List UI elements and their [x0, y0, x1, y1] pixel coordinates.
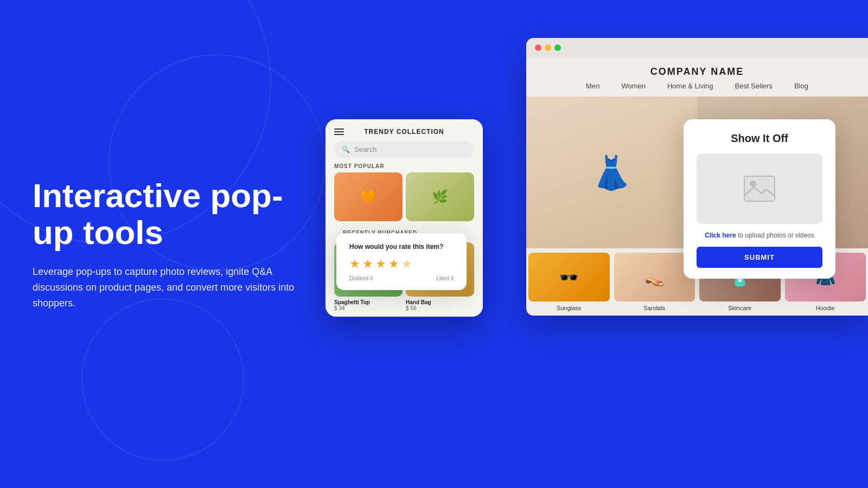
- hamburger-icon[interactable]: [334, 129, 344, 135]
- liked-label: Liked it: [436, 275, 454, 281]
- popular-img-1: 🧡: [334, 172, 403, 221]
- sub-text: Leverage pop-ups to capture photo review…: [33, 264, 304, 311]
- star-4[interactable]: ★: [388, 257, 399, 271]
- star-1[interactable]: ★: [349, 257, 360, 271]
- mobile-header: TRENDY COLLECTION: [326, 119, 483, 141]
- disliked-label: Disliked it: [349, 275, 373, 281]
- recent-item-1-name: Spaghetti Top: [334, 299, 403, 305]
- popular-item-2[interactable]: 🌿: [406, 172, 474, 221]
- nav-links: Men Women Home & Living Best Sellers Blo…: [526, 82, 868, 97]
- nav-blog[interactable]: Blog: [794, 82, 808, 90]
- rating-question: How would you rate this item?: [349, 243, 454, 251]
- category-name-hoodie: Hoodie: [785, 305, 866, 311]
- svg-rect-0: [744, 176, 775, 201]
- company-name: COMPANY NAME: [526, 57, 868, 82]
- mobile-app-title: TRENDY COLLECTION: [364, 128, 444, 136]
- left-section: Interactive pop-up tools Leverage pop-up…: [33, 177, 304, 311]
- tl-minimize[interactable]: [545, 44, 551, 51]
- browser-chrome: [526, 38, 868, 57]
- nav-men[interactable]: Men: [586, 82, 599, 90]
- upload-link[interactable]: Click here: [705, 232, 736, 239]
- category-name-skincare: Skincare: [699, 305, 781, 311]
- upload-text-post: to upload photos or videos: [736, 232, 814, 239]
- category-name-sunglasses: Sunglass: [528, 305, 610, 311]
- recent-item-1-price: $ 34: [334, 305, 403, 311]
- image-placeholder-icon: [743, 175, 776, 202]
- bg-circle-3: [81, 298, 244, 461]
- show-it-off-title: Show It Off: [697, 132, 822, 145]
- tl-fullscreen[interactable]: [554, 44, 561, 51]
- upload-area[interactable]: [697, 153, 822, 224]
- star-2[interactable]: ★: [362, 257, 373, 271]
- rating-popup: How would you rate this item? ★ ★ ★ ★ ★ …: [336, 233, 467, 290]
- nav-best-sellers[interactable]: Best Sellers: [735, 82, 773, 90]
- rating-labels: Disliked it Liked it: [349, 275, 454, 281]
- star-5[interactable]: ★: [401, 257, 412, 271]
- most-popular-label: MOST POPULAR: [326, 163, 483, 172]
- traffic-lights: [535, 44, 561, 51]
- main-heading: Interactive pop-up tools: [33, 177, 304, 251]
- popular-img-2: 🌿: [406, 172, 474, 221]
- upload-text: Click here to upload photos or videos: [697, 232, 822, 239]
- recent-item-2-price: $ 56: [406, 305, 474, 311]
- svg-point-1: [750, 181, 756, 187]
- popular-item-1[interactable]: 🧡: [334, 172, 403, 221]
- search-placeholder: Search: [354, 145, 376, 153]
- hero-img-1: 👗: [526, 97, 697, 248]
- mobile-search-bar[interactable]: 🔍 Search: [334, 141, 474, 158]
- stars-row[interactable]: ★ ★ ★ ★ ★: [349, 257, 454, 271]
- nav-home-living[interactable]: Home & Living: [667, 82, 713, 90]
- nav-women[interactable]: Women: [621, 82, 646, 90]
- category-name-sandals: Sandals: [614, 305, 695, 311]
- tl-close[interactable]: [535, 44, 541, 51]
- category-img-sunglasses: 🕶️: [528, 253, 610, 301]
- star-3[interactable]: ★: [375, 257, 386, 271]
- show-it-off-popup: Show It Off Click here to upload photos …: [684, 119, 835, 279]
- search-icon: 🔍: [342, 146, 350, 153]
- recent-item-2-name: Hand Bag: [406, 299, 474, 305]
- submit-button[interactable]: SUBMIT: [697, 247, 822, 268]
- most-popular-grid: 🧡 🌿: [326, 172, 483, 227]
- site-nav: COMPANY NAME Men Women Home & Living Bes…: [526, 57, 868, 97]
- hero-visual-1: 👗: [526, 97, 697, 248]
- category-sunglasses[interactable]: 🕶️ Sunglass: [526, 248, 612, 316]
- category-img-sandals: 👡: [614, 253, 695, 301]
